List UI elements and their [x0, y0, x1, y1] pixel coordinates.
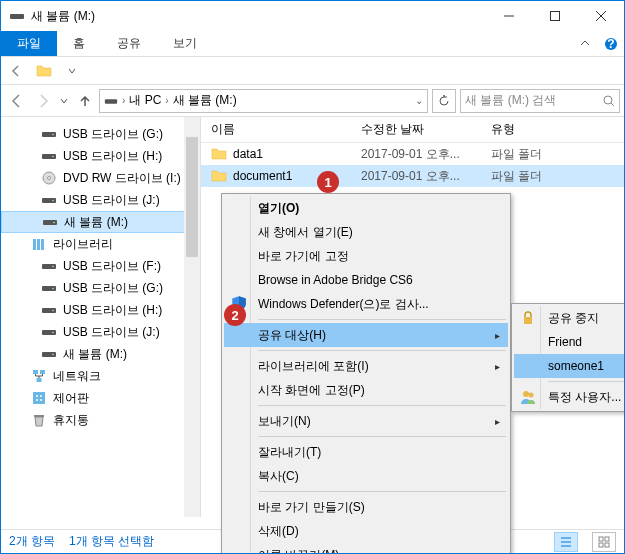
- tree-item[interactable]: DVD RW 드라이브 (I:): [1, 167, 200, 189]
- svg-point-51: [529, 393, 534, 398]
- tree-item[interactable]: 휴지통: [1, 409, 200, 431]
- context-menu-item[interactable]: 복사(C): [224, 464, 508, 488]
- context-menu-item[interactable]: 새 창에서 열기(E): [224, 220, 508, 244]
- tab-share[interactable]: 공유: [101, 31, 157, 56]
- context-menu-item[interactable]: 잘라내기(T): [224, 440, 508, 464]
- lock-icon: [520, 310, 536, 326]
- svg-rect-22: [41, 239, 44, 250]
- tree-item[interactable]: 새 볼륨 (M:): [1, 343, 200, 365]
- context-menu-item[interactable]: 열기(O): [224, 196, 508, 220]
- submenu-item[interactable]: 공유 중지: [514, 306, 625, 330]
- svg-rect-36: [33, 392, 45, 404]
- tree-item[interactable]: 새 볼륨 (M:): [1, 211, 200, 233]
- nav-back-button[interactable]: [5, 89, 29, 113]
- refresh-button[interactable]: [432, 89, 456, 113]
- svg-rect-12: [42, 154, 56, 159]
- folder-icon[interactable]: [33, 60, 55, 82]
- tree-item-label: 휴지통: [53, 412, 89, 429]
- drive-icon: [42, 214, 58, 230]
- search-icon: [603, 95, 615, 107]
- maximize-button[interactable]: [532, 1, 578, 31]
- menu-item-label: 이름 바꾸기(M): [258, 547, 339, 555]
- tree-item[interactable]: 라이브러리: [1, 233, 200, 255]
- submenu-item[interactable]: Friend: [514, 330, 625, 354]
- breadcrumb[interactable]: › 내 PC › 새 볼륨 (M:) ⌄: [99, 89, 428, 113]
- context-menu-item[interactable]: 공유 대상(H)▸: [224, 323, 508, 347]
- chevron-right-icon: ▸: [495, 361, 500, 372]
- menu-separator: [258, 350, 506, 351]
- tab-home[interactable]: 홈: [57, 31, 101, 56]
- submenu-item-label: 공유 중지: [548, 310, 599, 327]
- breadcrumb-volume[interactable]: 새 볼륨 (M:): [173, 92, 237, 109]
- tree-item[interactable]: USB 드라이브 (F:): [1, 255, 200, 277]
- nav-forward-button[interactable]: [31, 89, 55, 113]
- ribbon: 파일 홈 공유 보기 ?: [1, 31, 624, 57]
- column-date[interactable]: 수정한 날짜: [351, 117, 481, 142]
- svg-rect-23: [42, 264, 56, 269]
- svg-point-28: [52, 310, 54, 312]
- menu-separator: [258, 491, 506, 492]
- context-menu-item[interactable]: 바로 가기에 고정: [224, 244, 508, 268]
- tree-item[interactable]: USB 드라이브 (H:): [1, 145, 200, 167]
- nav-up-button[interactable]: [73, 89, 97, 113]
- help-button[interactable]: ?: [598, 31, 624, 56]
- breadcrumb-pc[interactable]: 내 PC: [129, 92, 161, 109]
- svg-line-9: [611, 103, 614, 106]
- context-menu-item[interactable]: Browse in Adobe Bridge CS6: [224, 268, 508, 292]
- tab-file[interactable]: 파일: [1, 31, 57, 56]
- search-placeholder: 새 볼륨 (M:) 검색: [465, 92, 603, 109]
- menu-item-label: 복사(C): [258, 468, 299, 485]
- tree-item[interactable]: USB 드라이브 (J:): [1, 189, 200, 211]
- file-row[interactable]: data12017-09-01 오후...파일 폴더: [201, 143, 624, 165]
- menu-item-label: 보내기(N): [258, 413, 311, 430]
- context-menu-item[interactable]: 시작 화면에 고정(P): [224, 378, 508, 402]
- context-menu-item[interactable]: 바로 가기 만들기(S): [224, 495, 508, 519]
- tree-item[interactable]: USB 드라이브 (J:): [1, 321, 200, 343]
- svg-rect-20: [33, 239, 36, 250]
- minimize-button[interactable]: [486, 1, 532, 31]
- column-type[interactable]: 유형: [481, 117, 561, 142]
- submenu-item[interactable]: 특정 사용자...: [514, 385, 625, 409]
- context-menu-item[interactable]: 보내기(N)▸: [224, 409, 508, 433]
- context-menu-item[interactable]: Windows Defender(으)로 검사...: [224, 292, 508, 316]
- menu-separator: [258, 436, 506, 437]
- context-menu-item[interactable]: 이름 바꾸기(M): [224, 543, 508, 554]
- scrollbar-thumb[interactable]: [186, 137, 198, 257]
- file-row[interactable]: document12017-09-01 오후...파일 폴더: [201, 165, 624, 187]
- svg-point-39: [36, 399, 38, 401]
- tree-item[interactable]: 네트워크: [1, 365, 200, 387]
- view-thumbnails-button[interactable]: [592, 532, 616, 552]
- close-button[interactable]: [578, 1, 624, 31]
- nav-back-small-icon[interactable]: [5, 60, 27, 82]
- drive-icon: [41, 302, 57, 318]
- context-menu-item[interactable]: 라이브러리에 포함(I)▸: [224, 354, 508, 378]
- menu-item-label: 바로 가기 만들기(S): [258, 499, 365, 516]
- svg-rect-48: [605, 543, 609, 547]
- tree-item[interactable]: 제어판: [1, 387, 200, 409]
- search-input[interactable]: 새 볼륨 (M:) 검색: [460, 89, 620, 113]
- tree-item-label: 제어판: [53, 390, 89, 407]
- tree-item-label: DVD RW 드라이브 (I:): [63, 170, 181, 187]
- drive-icon: [41, 346, 57, 362]
- scrollbar[interactable]: [184, 117, 200, 517]
- tree-item[interactable]: USB 드라이브 (G:): [1, 277, 200, 299]
- tree-item[interactable]: USB 드라이브 (H:): [1, 299, 200, 321]
- column-headers: 이름 수정한 날짜 유형: [201, 117, 624, 143]
- navigation-pane: USB 드라이브 (G:)USB 드라이브 (H:)DVD RW 드라이브 (I…: [1, 117, 201, 517]
- tree-item[interactable]: USB 드라이브 (G:): [1, 123, 200, 145]
- menu-item-label: Windows Defender(으)로 검사...: [258, 296, 429, 313]
- drive-icon: [104, 94, 118, 108]
- share-submenu: 공유 중지Friendsomeone1특정 사용자...: [511, 303, 625, 412]
- svg-rect-33: [33, 370, 38, 374]
- submenu-item[interactable]: someone1: [514, 354, 625, 378]
- tab-view[interactable]: 보기: [157, 31, 213, 56]
- file-name: data1: [233, 147, 263, 161]
- chevron-down-icon[interactable]: [61, 60, 83, 82]
- chevron-down-icon[interactable]: ⌄: [415, 95, 423, 106]
- column-name[interactable]: 이름: [201, 117, 351, 142]
- ribbon-expand-button[interactable]: [572, 31, 598, 56]
- view-details-button[interactable]: [554, 532, 578, 552]
- nav-history-button[interactable]: [57, 89, 71, 113]
- user-icon: [520, 389, 536, 405]
- context-menu-item[interactable]: 삭제(D): [224, 519, 508, 543]
